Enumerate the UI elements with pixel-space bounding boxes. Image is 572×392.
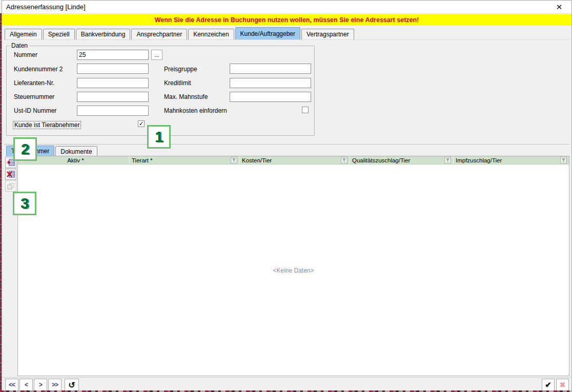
annotation-box-1: 1 <box>147 125 171 149</box>
tab-vertragspartner[interactable]: Vertragspartner <box>301 29 354 39</box>
column-header-impfzuschlag[interactable]: Impfzuschlag/Tier <box>454 156 569 164</box>
address-entry-window: Adressenerfassung [Linde] ✕ Wenn Sie die… <box>2 0 572 390</box>
filter-icon[interactable] <box>231 157 237 163</box>
footer-bar: << < > >> ↺ ✔ ✖ <box>2 377 571 391</box>
label-max-mahnstufe: Max. Mahnstufe <box>164 93 208 100</box>
column-header-aktiv[interactable]: Aktiv * <box>22 156 130 164</box>
label-kundennummer2: Kundennummer 2 <box>14 66 63 73</box>
cancel-icon[interactable]: ✖ <box>556 379 569 391</box>
tier-grid: Aktiv * Tierart * Kosten/Tier Qualitätsz… <box>17 156 569 376</box>
filter-icon[interactable] <box>560 157 567 163</box>
undo-icon[interactable]: ↺ <box>65 379 79 391</box>
column-header-tierart[interactable]: Tierart * <box>130 156 240 164</box>
steuernummer-input[interactable] <box>77 92 149 102</box>
tab-bankverbindung[interactable]: Bankverbindung <box>76 29 131 39</box>
daten-groupbox: Daten Nummer ... Kundennummer 2 Lieferan… <box>6 46 315 136</box>
tab-allgemein[interactable]: Allgemein <box>5 29 42 39</box>
filter-icon[interactable] <box>444 157 451 163</box>
annotation-box-2: 2 <box>13 137 37 161</box>
title-bar: Adressenerfassung [Linde] ✕ <box>2 1 571 14</box>
label-lieferanten-nr: Lieferanten-Nr. <box>14 79 54 87</box>
delete-row-icon[interactable] <box>5 169 16 180</box>
mahnkosten-checkbox[interactable] <box>302 107 309 113</box>
preisgruppe-input[interactable] <box>230 64 311 74</box>
kreditlimit-input[interactable] <box>230 78 311 88</box>
max-mahnstufe-input[interactable] <box>230 92 311 102</box>
label-kunde-ist-tierabnehmer: Kunde ist Tierabnehmer <box>13 121 81 129</box>
column-header-kosten[interactable]: Kosten/Tier <box>240 156 350 164</box>
tab-kennzeichen[interactable]: Kennzeichen <box>188 29 234 39</box>
label-kreditlimit: Kreditlimit <box>164 79 191 87</box>
label-ust-id: Ust-ID Nummer <box>14 107 56 114</box>
subtab-dokumente[interactable]: Dokumente <box>55 146 97 156</box>
tab-divider <box>4 39 569 40</box>
column-header-qualitaetszuschlag[interactable]: Qualitätszuschlag/Tier <box>350 156 454 164</box>
warning-banner: Wenn Sie die Adresse in Buchungen nutzen… <box>2 14 571 26</box>
filter-icon[interactable] <box>341 157 348 163</box>
label-steuernummer: Steuernummer <box>14 93 54 100</box>
main-tab-bar: Allgemein Speziell Bankverbindung Anspre… <box>5 27 569 39</box>
warning-text: Wenn Sie die Adresse in Buchungen nutzen… <box>155 16 419 24</box>
label-nummer: Nummer <box>14 51 37 58</box>
label-preisgruppe: Preisgruppe <box>164 66 197 73</box>
annotation-box-3: 3 <box>13 192 36 215</box>
copy-row-icon <box>5 180 16 192</box>
kundennummer2-input[interactable] <box>77 64 149 74</box>
nav-last-button[interactable]: >> <box>48 379 62 391</box>
tab-kunde-auftraggeber[interactable]: Kunde/Auftraggeber <box>235 27 300 39</box>
label-mahnkosten: Mahnkosten einfordern <box>164 107 227 114</box>
grid-empty-message: <Keine Daten> <box>18 267 569 274</box>
section-divider <box>4 144 569 145</box>
grid-header-row: Aktiv * Tierart * Kosten/Tier Qualitätsz… <box>18 156 569 164</box>
close-icon[interactable]: ✕ <box>552 2 566 12</box>
groupbox-title: Daten <box>10 42 29 49</box>
tab-speziell[interactable]: Speziell <box>43 29 75 39</box>
lieferanten-nr-input[interactable] <box>77 78 149 88</box>
background-edge-left <box>0 13 2 392</box>
nav-next-button[interactable]: > <box>34 379 47 391</box>
confirm-icon[interactable]: ✔ <box>542 379 555 391</box>
window-title: Adressenerfassung [Linde] <box>2 3 86 11</box>
tierabnehmer-checkbox[interactable]: ✓ <box>138 120 145 127</box>
nummer-input[interactable] <box>77 50 149 60</box>
ust-id-input[interactable] <box>77 106 149 116</box>
nav-prev-button[interactable]: < <box>19 379 33 391</box>
browse-button[interactable]: ... <box>151 50 162 60</box>
grid-side-toolbar <box>4 156 17 376</box>
tab-ansprechpartner[interactable]: Ansprechpartner <box>131 29 187 39</box>
nav-first-button[interactable]: << <box>5 379 18 391</box>
